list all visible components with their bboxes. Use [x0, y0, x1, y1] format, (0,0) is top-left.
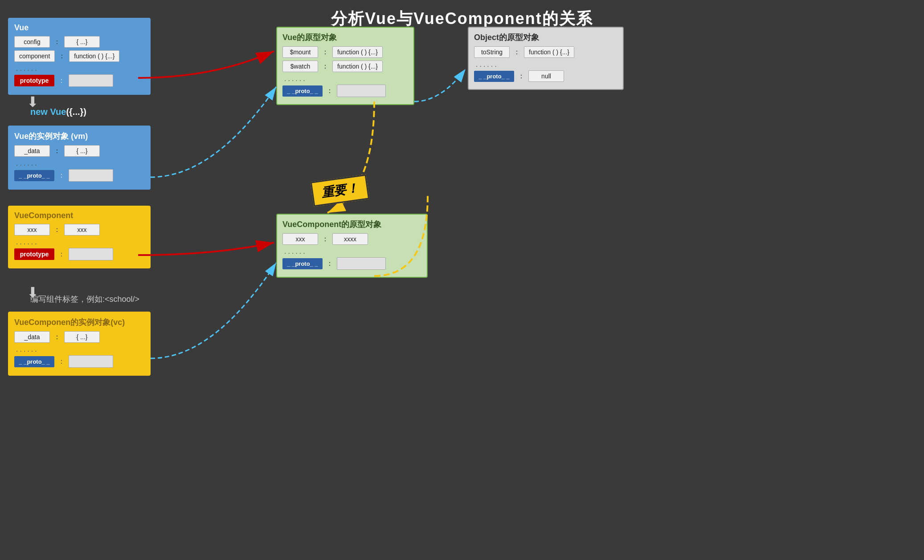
vm-box: Vue的实例对象 (vm) _data ： { ...} ...... _ _p… — [8, 126, 151, 190]
vcp-proto-val — [337, 257, 386, 270]
vm-proto-key: _ _proto_ _ — [14, 170, 54, 181]
vue-proto-title: Vue的原型对象 — [282, 32, 408, 43]
vue-dots: ...... — [16, 65, 144, 73]
vp-proto-key: _ _proto_ _ — [282, 85, 323, 97]
vc-data-val: { ...} — [64, 331, 100, 343]
vp-proto-val — [337, 85, 386, 97]
vuecomp-proto-box: VueComponent的原型对象 xxx ： xxxx ...... _ _p… — [276, 214, 428, 278]
object-proto-title: Object的原型对象 — [474, 32, 617, 43]
vue-proto-box: Vue的原型对象 $mount ： function ( ) {...} $wa… — [276, 27, 414, 105]
vuecomp-xxx-val: xxx — [64, 224, 100, 235]
vuecomp-box: VueComponent xxx ： xxx ...... prototype … — [8, 206, 151, 268]
vm-dots: ...... — [16, 159, 144, 167]
vue-box: Vue config ： { ...} component ： function… — [8, 18, 151, 95]
vp-mount-key: $mount — [282, 46, 318, 58]
vue-config-val: { ...} — [64, 36, 100, 48]
vc-dots: ...... — [16, 345, 144, 353]
vuecomp-proto-title: VueComponent的原型对象 — [282, 219, 421, 230]
vcp-xxx-val: xxxx — [332, 233, 368, 245]
vue-component-val: function ( ) {...} — [69, 50, 119, 62]
vp-mount-val: function ( ) {...} — [332, 46, 383, 58]
obj-tostring-key: toString — [474, 46, 510, 58]
vuecomp-xxx-key: xxx — [14, 224, 50, 235]
vm-data-val: { ...} — [64, 145, 100, 157]
obj-dots: ...... — [476, 61, 617, 69]
vcp-proto-key: _ _proto_ _ — [282, 258, 323, 269]
obj-proto-key: _ _proto_ _ — [474, 71, 514, 82]
vc-proto-val — [69, 355, 113, 368]
vcp-xxx-key: xxx — [282, 233, 318, 245]
vm-proto-val — [69, 169, 113, 182]
label-write-tag: 编写组件标签，例如:<school/> — [30, 294, 139, 304]
vue-prototype-val — [69, 74, 113, 87]
vue-config-key: config — [14, 36, 50, 48]
vue-box-title: Vue — [14, 23, 144, 32]
vc-proto-key: _ _proto_ _ — [14, 356, 54, 367]
vc-box-title: VueComponen的实例对象(vc) — [14, 317, 144, 328]
vc-box: VueComponen的实例对象(vc) _data ： { ...} ....… — [8, 312, 151, 376]
obj-proto-val: null — [528, 70, 564, 82]
vc-data-key: _data — [14, 331, 50, 343]
vuecomp-box-title: VueComponent — [14, 211, 144, 220]
vm-box-title: Vue的实例对象 (vm) — [14, 131, 144, 142]
vp-watch-key: $watch — [282, 61, 318, 72]
vuecomp-dots: ...... — [16, 238, 144, 246]
obj-tostring-val: function ( ) {...} — [524, 46, 574, 58]
vue-prototype-key: prototype — [14, 75, 54, 86]
vp-dots: ...... — [284, 75, 408, 83]
object-proto-box: Object的原型对象 toString ： function ( ) {...… — [468, 27, 624, 90]
vuecomp-prototype-val — [69, 248, 113, 260]
label-new-vue: new Vue({...}) — [30, 107, 86, 117]
vuecomp-prototype-key: prototype — [14, 248, 54, 260]
vcp-dots: ...... — [284, 248, 421, 256]
vp-watch-val: function ( ) {...} — [332, 61, 383, 72]
vue-component-key: component — [14, 50, 55, 62]
badge-important: 重要！ — [311, 174, 370, 207]
vm-data-key: _data — [14, 145, 50, 157]
